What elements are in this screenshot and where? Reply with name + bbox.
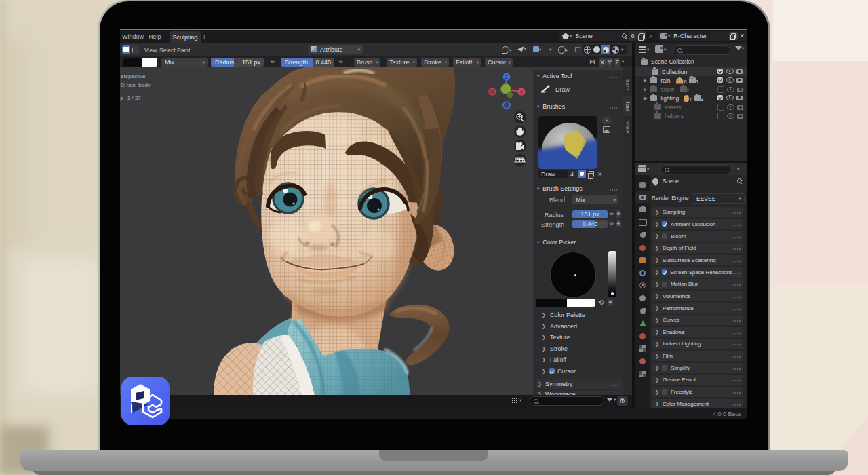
svg-text:Z: Z <box>505 75 509 79</box>
svg-text:X: X <box>520 90 524 94</box>
